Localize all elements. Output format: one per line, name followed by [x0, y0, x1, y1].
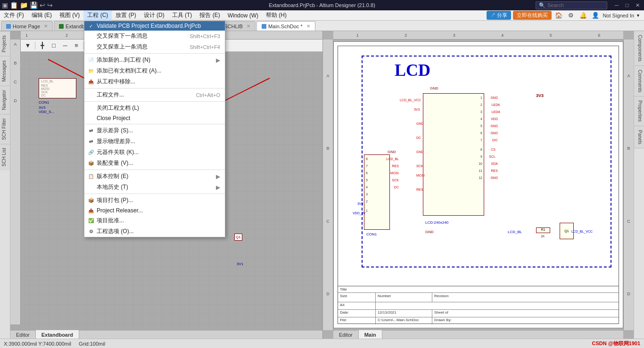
window-title: Extandboard.PrjPcb - Altium Designer (21… [269, 2, 375, 8]
menubar: 文件 (F) 编辑 (E) 视图 (V) 工程 (C) 放置 (P) 设计 (D… [0, 10, 644, 21]
sidebar-item-schfilter[interactable]: SCH Filter [0, 114, 10, 144]
user-icon[interactable]: 👤 [590, 11, 601, 20]
menu-window[interactable]: Window (W) [224, 10, 262, 21]
right-pane: 123456 ABCD ABCD 123456 [323, 31, 634, 339]
search-box[interactable]: 🔍 [536, 1, 607, 9]
tab-home[interactable]: Home Page ✕ [1, 21, 53, 31]
bottom-tab-extandboard[interactable]: Extandboard [36, 330, 79, 339]
sidebar-item-navigator[interactable]: Navigator [0, 86, 10, 114]
sidebar-item-messages[interactable]: Messages [0, 56, 10, 86]
icon3: 📁 [20, 1, 28, 9]
releaser-icon: 📤 [87, 207, 95, 214]
version-icon: 📋 [87, 173, 95, 180]
phys-diff-icon: ⇄ [87, 138, 95, 145]
right-bottom-tabs: Editor Main [333, 330, 623, 339]
menu-component-link[interactable]: 🔗 元器件关联 (K)... [84, 147, 225, 158]
icon6: ↪ [47, 1, 53, 9]
sidebar-item-projects[interactable]: Projects [0, 31, 10, 56]
menu-close-project[interactable]: Close Project [84, 113, 225, 123]
menu-tools[interactable]: 工具 (T) [168, 10, 196, 21]
bottom-tab-editor-right[interactable]: Editor [333, 330, 359, 339]
con1-component: LCD_BL RES MOSI SCK DC 3V3 VDD_5V 8 7 6 … [364, 154, 390, 230]
tab-main[interactable]: Main.SchDoc * ✕ [256, 21, 315, 31]
lcd-dashed-border [362, 56, 611, 267]
menu-close-doc[interactable]: 关闭工程文档 (L) [84, 103, 225, 113]
tool-rect[interactable]: □ [49, 41, 59, 50]
menu-project-releaser[interactable]: 📤 Project Releaser... [84, 206, 225, 215]
menu-project-pack[interactable]: 📦 项目打包 (P)... [84, 195, 225, 206]
bottom-tab-main[interactable]: Main [359, 330, 382, 339]
tool-eq[interactable]: ≡ [71, 41, 82, 50]
lcd-bl-vcc-label: LCD_BL_VCC [571, 230, 593, 233]
bottom-tab-editor-left[interactable]: Editor [10, 330, 36, 339]
maximize-button[interactable]: □ [622, 1, 632, 9]
menu-design[interactable]: 设计 (D) [140, 10, 168, 21]
sep1 [35, 42, 35, 49]
menu-cross-next[interactable]: 交叉探查下一条消息 Shift+Ctrl+F3 [84, 31, 225, 41]
diff-icon: ⇄ [87, 128, 95, 134]
titlebar-right: 🔍 ─ □ ✕ [536, 1, 644, 9]
icon4: 💾 [30, 1, 38, 9]
con1-label: CON1 [366, 232, 377, 236]
menu-view[interactable]: 视图 (V) [56, 10, 83, 21]
menu-edit[interactable]: 编辑 (E) [28, 10, 56, 21]
version-arrow-icon: ▶ [216, 173, 220, 180]
brand-label: CSDN @物联网1901 [592, 340, 640, 347]
menu-file[interactable]: 文件 (F) [0, 10, 28, 21]
tool-cross[interactable]: ╋ [37, 41, 48, 50]
sidebar-item-properties[interactable]: Properties [634, 97, 644, 126]
icon2: 📋 [10, 1, 18, 9]
grid-display: Grid:100mil [79, 341, 105, 347]
menu-project-options[interactable]: ⚙ 工程选项 (O)... [84, 226, 225, 237]
settings-icon[interactable]: ⚙ [566, 11, 576, 20]
menu-reports[interactable]: 报告 (E) [196, 10, 223, 21]
sidebar-item-comments[interactable]: Comments [634, 66, 644, 97]
menu-local-history[interactable]: 本地历史 (T) ▶ [84, 182, 225, 193]
tool-filter[interactable]: ▼ [23, 41, 33, 50]
menubar-actions: ↗ 分享 立即在线购买 🏠 ⚙ 🔔 👤 Not Signed In ▼ [487, 11, 644, 20]
buy-button[interactable]: 立即在线购买 [513, 11, 552, 20]
right-panel-tabs: Components Comments Properties Panels [634, 31, 644, 339]
dropdown-menu: ✓ Validate PCB Project Extandboard.PrjPc… [84, 21, 225, 237]
share-button[interactable]: ↗ 分享 [487, 11, 511, 20]
ruler-left-right: ABCD [323, 40, 333, 330]
notification-icon[interactable]: 🔔 [578, 11, 588, 20]
sidebar-item-panels[interactable]: Panels [634, 126, 644, 149]
titlebar-icons: ▣ 📋 📁 💾 ↩ ↪ [0, 1, 53, 9]
close-button[interactable]: ✕ [633, 1, 642, 9]
lcd-chip-label: LCD-240x240 [425, 220, 448, 225]
menu-project-approve[interactable]: ✅ 项目批准... [84, 215, 225, 226]
menu-add-existing[interactable]: 📁 添加已有文档到工程 (A)... [84, 65, 225, 76]
menu-show-physical-diff[interactable]: ⇄ 显示物理差异... [84, 136, 225, 147]
titlebar: ▣ 📋 📁 💾 ↩ ↪ Extandboard.PrjPcb - Altium … [0, 0, 644, 10]
menu-place[interactable]: 放置 (P) [112, 10, 140, 21]
search-input[interactable] [547, 2, 604, 8]
menu-show-diff[interactable]: ⇄ 显示差异 (S)... [84, 125, 225, 136]
sep-4 [84, 124, 225, 124]
tool-line[interactable]: ─ [60, 41, 70, 50]
tab-schlib-close[interactable]: ✕ [247, 24, 250, 29]
small-component: LCD_BL RES MOSI SCK DC CON1 3V3 VDD_S... [39, 78, 76, 114]
menu-help[interactable]: 帮助 (H) [262, 10, 290, 21]
gnd-top: GND [430, 86, 438, 90]
tab-main-close[interactable]: ✕ [306, 24, 310, 29]
sidebar-item-components[interactable]: Components [634, 31, 644, 66]
minimize-button[interactable]: ─ [612, 1, 621, 9]
statusbar: X:3900.000mil Y:7400.000mil Grid:100mil … [0, 339, 644, 348]
menu-validate-pcb[interactable]: ✓ Validate PCB Project Extandboard.PrjPc… [84, 21, 225, 31]
menu-project[interactable]: 工程 (C) [83, 10, 112, 21]
menu-remove[interactable]: 📤 从工程中移除... [84, 76, 225, 87]
assemble-icon: 📦 [87, 160, 95, 167]
menu-version-control[interactable]: 📋 版本控制 (E) ▶ [84, 171, 225, 182]
menu-add-new[interactable]: 📄 添加新的...到工程 (N) ▶ [84, 55, 225, 65]
menu-cross-prev[interactable]: 交叉探查上一条消息 Shift+Ctrl+F4 [84, 41, 225, 52]
approve-icon: ✅ [87, 218, 95, 224]
menu-assemble-var[interactable]: 📦 装配变量 (V)... [84, 158, 225, 169]
tab-home-close[interactable]: ✕ [44, 24, 48, 29]
left-bottom-tabs: Editor Extandboard [10, 330, 322, 339]
menu-project-file[interactable]: 工程文件... Ctrl+Alt+O [84, 89, 225, 100]
sidebar-item-schlist[interactable]: SCH List [0, 144, 10, 170]
r1-component: R1 [536, 227, 550, 233]
home-icon[interactable]: 🏠 [553, 11, 564, 20]
share-icon: ↗ [490, 12, 495, 18]
